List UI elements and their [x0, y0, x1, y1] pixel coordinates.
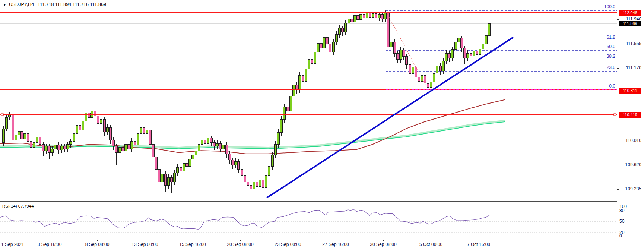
symbol-period-label: USDJPY,H4	[9, 2, 34, 7]
date-tick-mark	[193, 240, 193, 241]
date-tick-mark	[336, 240, 336, 241]
date-tick-mark	[288, 240, 288, 241]
date-tick-label: 13 Sep 00:00	[126, 242, 164, 247]
price-tick-mark	[617, 19, 619, 20]
rsi-scale-label: 50	[619, 219, 624, 224]
trend-line[interactable]	[267, 37, 513, 198]
date-tick-mark	[479, 240, 479, 241]
date-tick-label: 15 Sep 16:00	[174, 242, 211, 247]
date-tick-label: 3 Sep 16:00	[31, 242, 68, 247]
line-drag-handle[interactable]	[1, 114, 3, 116]
chart-collapse-icon[interactable]: ▼	[3, 3, 6, 7]
candlestick-series	[3, 10, 491, 196]
rsi-line	[0, 209, 489, 229]
date-tick-mark	[145, 240, 145, 241]
rsi-scale-label: 0	[619, 233, 622, 238]
date-tick-mark	[431, 240, 431, 241]
date-tick-label: 23 Sep 00:00	[269, 242, 307, 247]
chart-header: ▼USDJPY,H4111.718 111.894 111.716 111.86…	[3, 2, 106, 7]
date-tick-label: 27 Sep 16:00	[317, 242, 354, 247]
current-price-marker: 111.869	[619, 21, 641, 26]
price-tick-label: 110.010	[626, 138, 642, 143]
rsi-gridlines	[0, 211, 617, 232]
svg-text:50.0: 50.0	[607, 44, 616, 49]
line-drag-handle[interactable]	[614, 114, 616, 116]
ma-pale-green-line	[0, 120, 505, 148]
rsi-canvas[interactable]	[0, 203, 617, 240]
svg-text:23.6: 23.6	[607, 65, 616, 70]
date-tick-label: 5 Oct 00:00	[412, 242, 450, 247]
rsi-indicator-pane[interactable]: RSI(14) 67.7944	[0, 203, 617, 240]
date-tick-mark	[50, 240, 50, 241]
time-axis[interactable]: 1 Sep 20213 Sep 16:008 Sep 08:0013 Sep 0…	[0, 240, 617, 250]
mt4-chart-window: 100.061.850.038.223.60.0 ▼USDJPY,H4111.7…	[0, 0, 644, 250]
line-price-marker: 112.046	[619, 10, 641, 16]
price-tick-label: 109.235	[625, 186, 641, 192]
svg-text:0.0: 0.0	[609, 83, 615, 89]
fib-level-labels: 100.061.850.038.223.60.0	[604, 4, 615, 89]
line-price-marker: 110.811	[619, 88, 641, 94]
date-tick-label: 7 Oct 16:00	[460, 242, 497, 247]
ohlc-readout: 111.718 111.894 111.716 111.869	[38, 2, 106, 7]
price-tick-label: 111.170	[626, 65, 641, 70]
price-tick-mark	[617, 141, 619, 141]
price-tick-mark	[617, 68, 619, 69]
rsi-indicator-label: RSI(14) 67.7944	[2, 204, 34, 208]
price-axis[interactable]: 111.940111.555111.170110.010109.620109.2…	[617, 0, 644, 250]
price-tick-label: 111.555	[626, 41, 641, 46]
rsi-scale-label: 80	[619, 208, 624, 213]
date-tick-mark	[97, 240, 98, 241]
price-tick-mark	[617, 189, 619, 190]
svg-text:38.2: 38.2	[607, 54, 616, 59]
date-tick-label: 20 Sep 08:00	[222, 242, 259, 247]
fib-retracement-levels	[386, 10, 617, 90]
price-chart-pane[interactable]: 100.061.850.038.223.60.0 ▼USDJPY,H4111.7…	[0, 0, 617, 202]
date-tick-mark	[383, 240, 384, 241]
price-tick-label: 109.620	[625, 162, 641, 167]
price-tick-mark	[617, 165, 619, 165]
price-chart-canvas[interactable]: 100.061.850.038.223.60.0	[0, 0, 617, 202]
line-price-marker: 110.419	[619, 112, 641, 118]
svg-text:100.0: 100.0	[604, 4, 615, 9]
date-tick-label: 30 Sep 08:00	[365, 242, 402, 247]
svg-text:61.8: 61.8	[607, 35, 616, 40]
price-tick-mark	[617, 44, 619, 44]
date-tick-label: 8 Sep 08:00	[79, 242, 116, 247]
date-tick-mark	[240, 240, 241, 241]
